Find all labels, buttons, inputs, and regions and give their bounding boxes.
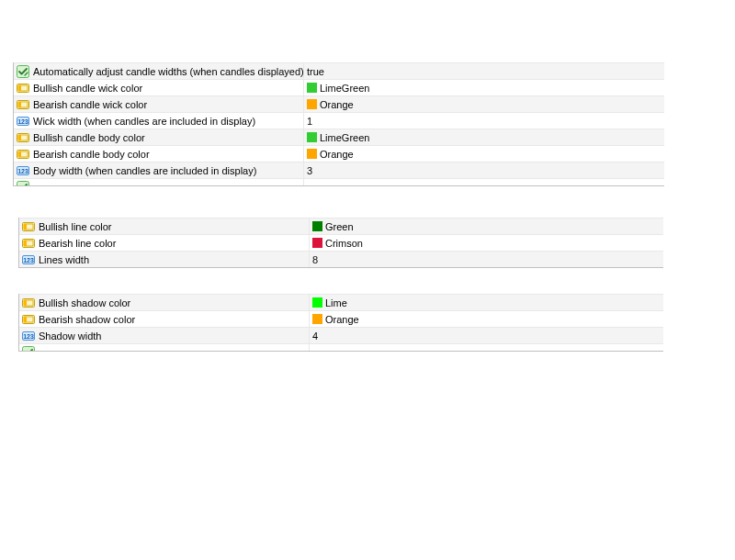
property-row[interactable]: 123Lines width8 — [19, 251, 663, 267]
property-row[interactable]: Bearish shadow colorOrange — [19, 310, 663, 327]
property-row[interactable]: Bearish candle wick colorOrange — [14, 95, 664, 112]
property-label-cell: Bullish candle body color — [14, 129, 304, 145]
color-icon — [21, 236, 36, 251]
partial-row — [19, 343, 663, 351]
property-row[interactable]: Bullish line colorGreen — [19, 218, 663, 234]
property-label-cell: Bearish shadow color — [19, 311, 310, 327]
property-value-cell[interactable]: Crimson — [310, 235, 663, 251]
property-row[interactable]: Bearish candle body colorOrange — [14, 145, 664, 162]
svg-rect-14 — [18, 151, 21, 157]
svg-rect-20 — [24, 224, 27, 230]
color-swatch — [312, 314, 322, 324]
svg-text:123: 123 — [17, 168, 28, 174]
property-value: Orange — [325, 311, 359, 327]
property-label-cell: 123Shadow width — [19, 328, 310, 343]
block3: Bullish shadow colorLimeBearish shadow c… — [18, 294, 663, 352]
color-icon — [16, 97, 30, 112]
color-swatch — [307, 83, 317, 93]
color-swatch — [312, 221, 322, 231]
property-row[interactable]: 123Wick width (when candles are included… — [14, 112, 664, 129]
number-icon: 123 — [21, 252, 36, 267]
property-label: Wick width (when candles are included in… — [33, 113, 255, 129]
property-label-cell: 123Body width (when candles are included… — [14, 162, 304, 178]
property-label: Bearish candle wick color — [33, 96, 147, 112]
property-row[interactable]: Bearish line colorCrimson — [19, 234, 663, 251]
color-icon — [21, 219, 36, 234]
svg-rect-31 — [24, 317, 27, 322]
property-value-cell[interactable]: Orange — [304, 96, 664, 112]
property-value-cell[interactable]: Orange — [310, 311, 663, 327]
property-value: Lime — [325, 295, 347, 310]
property-label: Shadow width — [39, 328, 102, 343]
property-value: Orange — [320, 146, 354, 162]
property-label: Bullish candle wick color — [33, 80, 142, 95]
bool-icon — [21, 345, 36, 351]
property-value-cell[interactable]: true — [304, 63, 664, 79]
color-icon — [16, 81, 30, 95]
svg-text:123: 123 — [23, 333, 34, 340]
property-row[interactable]: Bullish candle wick colorLimeGreen — [14, 79, 664, 95]
property-value-cell[interactable]: LimeGreen — [304, 129, 664, 145]
color-icon — [21, 312, 36, 327]
color-swatch — [312, 297, 322, 308]
color-swatch — [312, 238, 322, 248]
property-value-cell[interactable]: 4 — [310, 328, 663, 343]
property-value-cell[interactable]: 1 — [304, 113, 664, 129]
property-label-cell: Bearish candle wick color — [14, 96, 304, 112]
property-label: Bearish shadow color — [39, 311, 135, 327]
property-label-cell: Bullish candle wick color — [14, 80, 304, 95]
color-swatch — [307, 132, 317, 142]
property-value: Green — [325, 218, 354, 234]
bool-icon — [16, 64, 30, 79]
svg-text:123: 123 — [23, 257, 34, 263]
property-label-cell: 123Wick width (when candles are included… — [14, 113, 304, 129]
partial-row — [14, 178, 664, 185]
property-label: Lines width — [39, 252, 89, 267]
property-label: Bullish line color — [39, 218, 111, 234]
number-icon: 123 — [16, 114, 30, 129]
svg-rect-28 — [24, 300, 27, 306]
bool-icon — [16, 180, 30, 185]
property-value: Crimson — [325, 235, 363, 251]
property-row[interactable]: 123Shadow width4 — [19, 327, 663, 343]
color-swatch — [307, 149, 317, 159]
property-label-cell: Bearish candle body color — [14, 146, 304, 162]
property-value-cell[interactable]: 3 — [304, 162, 664, 178]
number-icon: 123 — [21, 329, 36, 343]
property-value-cell[interactable]: Green — [310, 218, 663, 234]
svg-rect-23 — [24, 241, 27, 246]
color-swatch — [307, 99, 317, 109]
property-label-cell: Bullish shadow color — [19, 295, 310, 310]
property-value: LimeGreen — [320, 80, 369, 95]
svg-rect-6 — [18, 102, 21, 107]
block1: Automatically adjust candle widths (when… — [13, 62, 664, 186]
property-value: 4 — [312, 328, 318, 343]
property-label-cell: Automatically adjust candle widths (when… — [14, 63, 304, 79]
property-value-cell[interactable]: Orange — [304, 146, 664, 162]
property-row[interactable]: Bullish shadow colorLime — [19, 294, 663, 310]
property-value: 1 — [307, 113, 312, 129]
color-icon — [21, 296, 36, 310]
property-value-cell[interactable]: Lime — [310, 295, 663, 310]
color-icon — [16, 130, 30, 145]
property-value: 8 — [312, 252, 318, 267]
property-label: Bearish line color — [39, 235, 116, 251]
svg-rect-11 — [18, 135, 21, 140]
property-label: Body width (when candles are included in… — [33, 162, 256, 178]
property-label: Bullish shadow color — [39, 295, 130, 310]
property-row[interactable]: Bullish candle body colorLimeGreen — [14, 129, 664, 145]
property-value: Orange — [320, 96, 354, 112]
property-row[interactable]: Automatically adjust candle widths (when… — [14, 62, 664, 79]
svg-rect-3 — [18, 85, 21, 91]
property-row[interactable]: 123Body width (when candles are included… — [14, 162, 664, 178]
property-label-cell: 123Lines width — [19, 252, 310, 267]
color-icon — [16, 147, 30, 162]
property-value-cell[interactable]: LimeGreen — [304, 80, 664, 95]
block2: Bullish line colorGreenBearish line colo… — [18, 218, 663, 268]
svg-text:123: 123 — [17, 118, 28, 125]
number-icon: 123 — [16, 163, 30, 178]
property-value-cell[interactable]: 8 — [310, 252, 663, 267]
property-label-cell: Bearish line color — [19, 235, 310, 251]
property-value: LimeGreen — [320, 129, 369, 145]
property-label: Bearish candle body color — [33, 146, 150, 162]
